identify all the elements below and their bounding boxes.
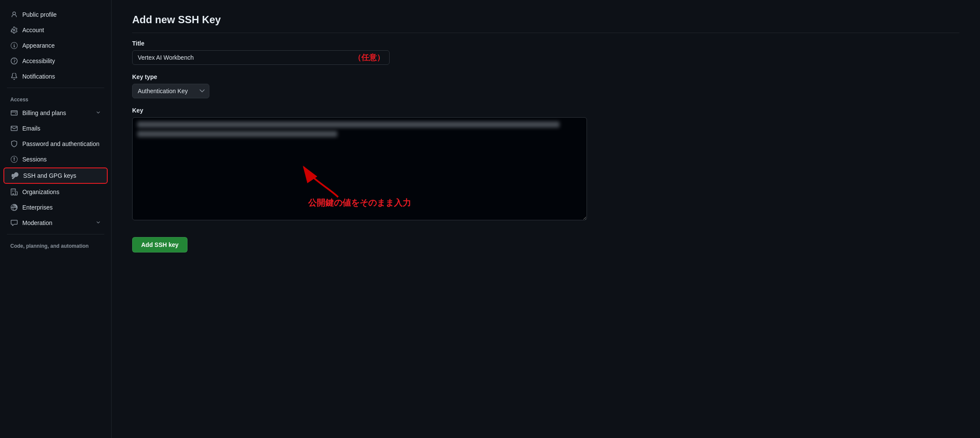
sidebar-item-accessibility[interactable]: Accessibility bbox=[3, 54, 108, 68]
sidebar-item-label: Account bbox=[22, 27, 44, 33]
sidebar-item-public-profile[interactable]: Public profile bbox=[3, 7, 108, 22]
title-label: Title bbox=[132, 40, 959, 47]
sidebar-item-enterprises[interactable]: Enterprises bbox=[3, 200, 108, 215]
sidebar-item-appearance[interactable]: Appearance bbox=[3, 38, 108, 53]
sidebar-item-label: Organizations bbox=[22, 189, 59, 195]
sidebar-item-label: Moderation bbox=[22, 219, 52, 226]
accessibility-icon bbox=[10, 57, 18, 65]
key-type-select[interactable]: Authentication Key bbox=[132, 84, 209, 98]
key-type-form-group: Key type Authentication Key bbox=[132, 73, 959, 98]
person-icon bbox=[10, 11, 18, 18]
sidebar-divider bbox=[7, 88, 104, 88]
key-textarea[interactable] bbox=[132, 117, 587, 220]
org-icon bbox=[10, 188, 18, 196]
broadcast-icon bbox=[10, 155, 18, 163]
bell-icon bbox=[10, 73, 18, 80]
key-textarea-wrapper: 公開鍵の値をそのまま入力 bbox=[132, 117, 587, 222]
sidebar-item-label: Password and authentication bbox=[22, 140, 100, 147]
main-content: Add new SSH Key Title （任意） Key type Auth… bbox=[112, 0, 980, 438]
sidebar-item-label: Notifications bbox=[22, 73, 55, 80]
shield-icon bbox=[10, 140, 18, 148]
title-input-wrapper: （任意） bbox=[132, 50, 390, 65]
code-section-label: Code, planning, and automation bbox=[0, 238, 111, 252]
sidebar-item-password[interactable]: Password and authentication bbox=[3, 137, 108, 151]
gear-icon bbox=[10, 26, 18, 34]
sidebar-item-label: Emails bbox=[22, 125, 40, 132]
appearance-icon bbox=[10, 42, 18, 49]
sidebar-item-label: Enterprises bbox=[22, 204, 53, 211]
key-label: Key bbox=[132, 107, 959, 114]
credit-card-icon bbox=[10, 109, 18, 117]
sidebar-item-ssh-gpg[interactable]: SSH and GPG keys bbox=[3, 167, 108, 184]
sidebar-item-emails[interactable]: Emails bbox=[3, 121, 108, 136]
sidebar: Public profile Account Appearance Access… bbox=[0, 0, 112, 438]
add-ssh-key-button[interactable]: Add SSH key bbox=[132, 237, 188, 252]
mail-icon bbox=[10, 125, 18, 132]
sidebar-item-sessions[interactable]: Sessions bbox=[3, 152, 108, 167]
sidebar-item-label: SSH and GPG keys bbox=[23, 172, 76, 179]
key-form-group: Key 公開鍵の値をそのまま入力 bbox=[132, 107, 959, 222]
sidebar-item-billing[interactable]: Billing and plans bbox=[3, 106, 108, 120]
key-icon bbox=[11, 172, 19, 179]
sidebar-item-label: Appearance bbox=[22, 42, 55, 49]
sidebar-divider-2 bbox=[7, 234, 104, 234]
sidebar-item-label: Billing and plans bbox=[22, 110, 66, 116]
access-section-label: Access bbox=[0, 91, 111, 105]
title-input[interactable] bbox=[132, 50, 390, 65]
page-title: Add new SSH Key bbox=[132, 14, 959, 33]
sidebar-item-label: Sessions bbox=[22, 156, 47, 163]
sidebar-item-label: Accessibility bbox=[22, 58, 55, 64]
title-form-group: Title （任意） bbox=[132, 40, 959, 65]
comment-icon bbox=[10, 219, 18, 227]
chevron-down-icon bbox=[96, 219, 101, 226]
sidebar-item-label: Public profile bbox=[22, 11, 57, 18]
globe-icon bbox=[10, 204, 18, 211]
sidebar-item-organizations[interactable]: Organizations bbox=[3, 185, 108, 199]
sidebar-item-notifications[interactable]: Notifications bbox=[3, 69, 108, 84]
key-type-label: Key type bbox=[132, 73, 959, 80]
sidebar-item-account[interactable]: Account bbox=[3, 23, 108, 37]
chevron-down-icon bbox=[96, 110, 101, 116]
sidebar-item-moderation[interactable]: Moderation bbox=[3, 216, 108, 230]
